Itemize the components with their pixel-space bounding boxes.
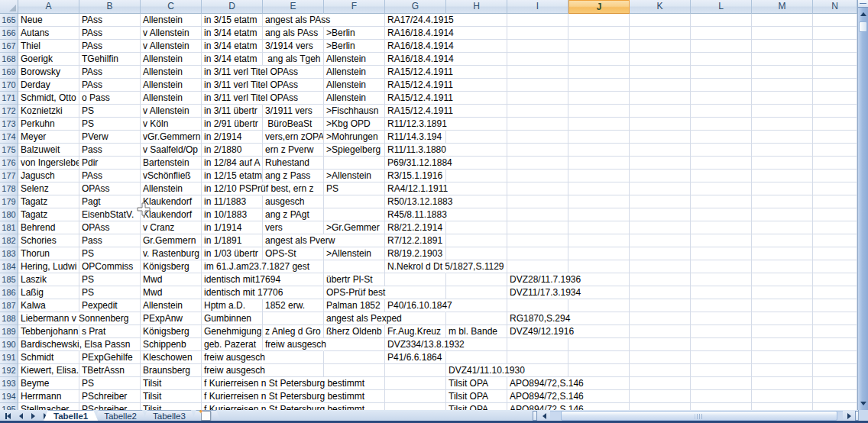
cell[interactable] <box>752 79 813 92</box>
cell[interactable]: P40/16.10.1847 <box>385 299 446 312</box>
cell[interactable]: Laszik <box>18 273 79 286</box>
cell[interactable] <box>813 403 857 410</box>
cell[interactable] <box>813 14 857 27</box>
sheet-tab-tabelle2[interactable]: Tabelle2 <box>94 410 147 421</box>
cell[interactable] <box>691 118 752 131</box>
cell[interactable] <box>691 260 752 273</box>
cell[interactable] <box>691 144 752 157</box>
cell[interactable]: Allenstein <box>141 182 202 195</box>
first-sheet-button[interactable] <box>4 412 14 421</box>
cell[interactable]: >Allenstein <box>324 247 385 260</box>
cell[interactable]: Herrmann <box>18 390 79 403</box>
cell[interactable] <box>752 286 813 299</box>
cell[interactable]: Tebbenjohann <box>18 325 79 338</box>
cell[interactable]: Königsberg <box>141 325 202 338</box>
cell[interactable] <box>752 14 813 27</box>
cell[interactable] <box>813 182 857 195</box>
cell[interactable]: PAss <box>79 79 141 92</box>
cell[interactable] <box>446 351 507 364</box>
cell[interactable]: Tilsit OPA <box>446 377 507 390</box>
cell[interactable] <box>385 364 446 377</box>
cell[interactable]: PS <box>79 273 141 286</box>
cell[interactable] <box>752 131 813 144</box>
cell[interactable] <box>568 118 630 131</box>
cell[interactable]: in 3/11 übertr <box>202 105 263 118</box>
row-header-183[interactable]: 183 <box>0 247 18 260</box>
cell[interactable] <box>446 131 507 144</box>
cell[interactable]: Perkuhn <box>18 118 79 131</box>
cell[interactable]: in 10/1883 <box>202 208 263 221</box>
cell[interactable] <box>630 247 691 260</box>
cell[interactable]: R45/8.11.1883 <box>385 208 446 221</box>
cell[interactable] <box>691 221 752 234</box>
cell[interactable]: in 12/15 etatm <box>202 170 263 182</box>
cell[interactable]: Allenstein <box>141 14 202 27</box>
cell[interactable]: EisenbStatV. <box>79 208 141 221</box>
cell[interactable] <box>691 66 752 79</box>
cell[interactable] <box>691 234 752 247</box>
cell[interactable] <box>630 27 691 40</box>
cell[interactable]: Klaukendorf <box>141 195 202 208</box>
cell[interactable] <box>507 118 568 131</box>
cell[interactable] <box>568 208 630 221</box>
cell[interactable] <box>446 105 507 118</box>
cell[interactable] <box>507 14 568 27</box>
cell[interactable] <box>568 195 630 208</box>
sheet-tab-tabelle1[interactable]: Tabelle1 <box>44 410 98 421</box>
cell[interactable]: Braunsberg <box>141 364 202 377</box>
row-header-177[interactable]: 177 <box>0 170 18 182</box>
cell[interactable] <box>630 105 691 118</box>
cell[interactable]: Allenstein <box>141 66 202 79</box>
cell[interactable] <box>324 260 385 273</box>
cell[interactable] <box>507 234 568 247</box>
cell[interactable]: Tilsit OPA <box>446 390 507 403</box>
cell[interactable]: PExpAnw <box>141 312 202 325</box>
cell[interactable]: in 3/15 etatm <box>202 14 263 27</box>
column-header-A[interactable]: A <box>18 0 79 14</box>
cell[interactable]: RA15/12.4.1911 <box>385 105 446 118</box>
cell[interactable] <box>752 403 813 410</box>
cell[interactable] <box>507 144 568 157</box>
cell[interactable]: Thiel <box>18 40 79 53</box>
cell[interactable] <box>813 195 857 208</box>
cell[interactable] <box>568 260 630 273</box>
cell[interactable]: geb. Pazerat <box>202 338 263 351</box>
cell[interactable]: R11/12.3.1891 <box>385 118 446 131</box>
cell[interactable]: Allenstein <box>141 299 202 312</box>
cell[interactable] <box>630 234 691 247</box>
cell[interactable] <box>507 92 568 105</box>
cell[interactable] <box>446 14 507 27</box>
cell[interactable]: DVZ28/11.7.1936 <box>507 273 568 286</box>
cell[interactable] <box>813 40 857 53</box>
row-header-165[interactable]: 165 <box>0 14 18 27</box>
row-header-176[interactable]: 176 <box>0 157 18 170</box>
cell[interactable] <box>691 299 752 312</box>
cell[interactable]: >Berlin <box>324 27 385 40</box>
cell[interactable] <box>630 364 691 377</box>
cell[interactable] <box>630 390 691 403</box>
cell[interactable]: Meyer <box>18 131 79 144</box>
cell[interactable] <box>813 157 857 170</box>
cell[interactable]: Palman 1852 <box>324 299 385 312</box>
cell[interactable]: Gumbinnen <box>202 312 263 325</box>
cell[interactable] <box>630 53 691 66</box>
cell[interactable] <box>446 299 507 312</box>
cell[interactable] <box>507 79 568 92</box>
cell[interactable]: Hptm a.D. <box>202 299 263 312</box>
cell[interactable]: P41/6.6.1864 <box>385 351 446 364</box>
row-header-188[interactable]: 188 <box>0 312 18 325</box>
cell[interactable] <box>813 273 857 286</box>
cell[interactable] <box>507 27 568 40</box>
cell[interactable]: in 3/11 verl Titel OPAss <box>202 92 263 105</box>
cell[interactable] <box>568 144 630 157</box>
cell[interactable]: f Kurierreisen n St Petersburg bestimmt <box>202 403 263 410</box>
cell[interactable]: in 1/1891 <box>202 234 263 247</box>
cell[interactable] <box>568 338 630 351</box>
cell[interactable]: in 1/1914 <box>202 221 263 234</box>
cell[interactable] <box>630 144 691 157</box>
column-header-M[interactable]: M <box>752 0 813 14</box>
cell[interactable] <box>568 299 630 312</box>
cell[interactable] <box>568 79 630 92</box>
vertical-scrollbar[interactable] <box>857 0 868 410</box>
cell[interactable] <box>752 170 813 182</box>
